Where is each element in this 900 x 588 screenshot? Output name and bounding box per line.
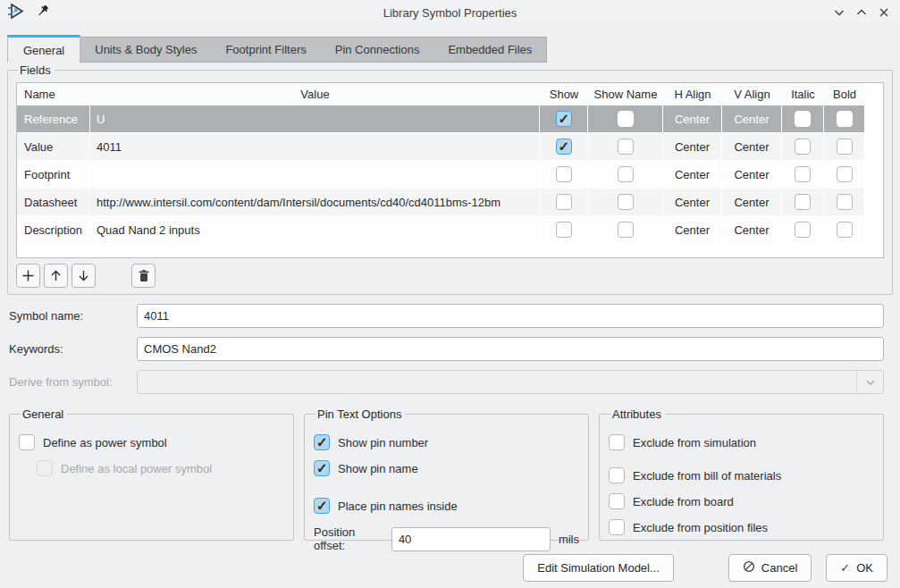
tab-pin-connections[interactable]: Pin Connections — [321, 38, 434, 62]
pin-icon[interactable] — [37, 4, 50, 21]
bold-checkbox[interactable] — [837, 222, 853, 238]
italic-checkbox[interactable] — [795, 222, 811, 238]
h-align-cell[interactable]: Center — [663, 216, 722, 244]
h-align-cell[interactable]: Center — [663, 105, 722, 133]
exclude-from-simulation-checkbox[interactable] — [609, 434, 625, 450]
checkbox-label[interactable]: Exclude from bill of materials — [633, 469, 781, 483]
dialog-footer: Edit Simulation Model... Cancel ✓ OK — [0, 554, 887, 582]
checkbox-label[interactable]: Show pin name — [338, 462, 418, 475]
italic-checkbox[interactable] — [795, 194, 811, 210]
field-value-cell[interactable] — [90, 161, 540, 189]
show-name-checkbox[interactable] — [618, 139, 634, 155]
checkbox-label: Define as local power symbol — [61, 462, 212, 475]
h-align-cell[interactable]: Center — [663, 133, 722, 161]
field-name-cell[interactable]: Footprint — [17, 161, 90, 189]
checkbox-label[interactable]: Exclude from board — [633, 495, 734, 508]
window-title: Library Symbol Properties — [0, 6, 900, 20]
show-checkbox[interactable] — [556, 139, 572, 155]
cancel-button[interactable]: Cancel — [728, 554, 812, 582]
show-pin-name-checkbox[interactable] — [314, 460, 330, 476]
bold-checkbox[interactable] — [837, 194, 853, 210]
show-pin-number-option: Show pin number — [314, 434, 579, 450]
show-checkbox[interactable] — [556, 222, 572, 238]
tab-footprint-filters[interactable]: Footprint Filters — [211, 38, 320, 62]
button-label: Cancel — [761, 561, 797, 575]
exclude-from-bom-checkbox[interactable] — [609, 467, 625, 483]
edit-simulation-model-button[interactable]: Edit Simulation Model... — [523, 554, 674, 582]
exclude-from-position-files-checkbox[interactable] — [609, 519, 625, 535]
v-align-cell[interactable]: Center — [722, 105, 782, 133]
field-name-cell[interactable]: Description — [17, 216, 90, 244]
add-field-button[interactable] — [16, 264, 40, 288]
bold-checkbox[interactable] — [837, 166, 853, 182]
checkbox-label[interactable]: Define as power symbol — [43, 436, 167, 449]
place-pin-names-inside-checkbox[interactable] — [314, 498, 330, 514]
close-icon[interactable] — [879, 7, 889, 18]
tab-general[interactable]: General — [7, 35, 80, 63]
show-name-checkbox[interactable] — [618, 111, 634, 127]
italic-checkbox[interactable] — [795, 166, 811, 182]
tab-label: Embedded Files — [448, 43, 532, 56]
show-checkbox[interactable] — [556, 194, 572, 210]
col-header-italic: Italic — [782, 83, 824, 105]
checkbox-label[interactable]: Show pin number — [338, 436, 428, 449]
h-align-cell[interactable]: Center — [663, 189, 722, 216]
move-up-button[interactable] — [44, 264, 68, 288]
v-align-cell[interactable]: Center — [722, 133, 782, 161]
ok-button[interactable]: ✓ OK — [826, 554, 887, 582]
v-align-cell[interactable]: Center — [722, 216, 782, 244]
titlebar: Library Symbol Properties — [0, 0, 900, 25]
checkbox-label[interactable]: Exclude from position files — [633, 521, 768, 534]
checkbox-label[interactable]: Place pin names inside — [338, 500, 458, 513]
v-align-cell[interactable]: Center — [722, 189, 782, 216]
shade-chevron-down-icon[interactable] — [834, 7, 845, 18]
col-header-v-align: V Align — [722, 83, 782, 105]
checkbox-label[interactable]: Exclude from simulation — [633, 436, 756, 449]
shade-chevron-up-icon[interactable] — [856, 7, 867, 18]
show-checkbox[interactable] — [556, 111, 572, 127]
show-checkbox[interactable] — [556, 166, 572, 182]
table-row-value[interactable]: Value 4011 Center Center — [17, 133, 883, 161]
show-name-checkbox[interactable] — [618, 194, 634, 210]
position-offset-input[interactable] — [391, 527, 551, 551]
position-offset-row: Position offset: mils — [314, 525, 579, 552]
field-name-cell[interactable]: Value — [17, 133, 90, 161]
bold-checkbox[interactable] — [837, 139, 853, 155]
table-row-description[interactable]: Description Quad Nand 2 inputs Center Ce… — [17, 216, 883, 244]
table-row-datasheet[interactable]: Datasheet http://www.intersil.com/conten… — [17, 189, 883, 216]
show-name-checkbox[interactable] — [618, 222, 634, 238]
define-power-symbol-option: Define as power symbol — [19, 434, 284, 450]
cancel-icon — [743, 560, 755, 575]
symbol-name-input[interactable] — [137, 304, 884, 328]
tab-embedded-files[interactable]: Embedded Files — [433, 38, 546, 62]
define-power-symbol-checkbox[interactable] — [19, 434, 35, 450]
keywords-input[interactable] — [137, 337, 884, 361]
bold-checkbox[interactable] — [837, 111, 853, 127]
tab-units-body-styles[interactable]: Units & Body Styles — [80, 38, 211, 62]
exclude-from-board-checkbox[interactable] — [609, 493, 625, 509]
v-align-cell[interactable]: Center — [722, 161, 782, 189]
italic-checkbox[interactable] — [795, 111, 811, 127]
field-value-cell[interactable]: http://www.intersil.com/content/dam/Inte… — [90, 189, 540, 216]
derive-from-symbol-row: Derive from symbol: — [9, 370, 884, 394]
delete-field-button[interactable] — [131, 264, 156, 288]
field-name-cell[interactable]: Datasheet — [17, 189, 90, 216]
field-name-cell[interactable]: Reference — [17, 105, 90, 133]
h-align-cell[interactable]: Center — [663, 161, 722, 189]
show-name-checkbox[interactable] — [618, 166, 634, 182]
exclude-from-simulation-option: Exclude from simulation — [609, 434, 874, 450]
field-value-cell[interactable]: Quad Nand 2 inputs — [90, 216, 540, 244]
pin-text-options-group-label: Pin Text Options — [315, 407, 405, 421]
table-row-footprint[interactable]: Footprint Center Center — [17, 161, 883, 189]
show-pin-number-checkbox[interactable] — [314, 434, 330, 450]
field-value-cell[interactable]: 4011 — [90, 133, 540, 161]
col-header-show: Show — [540, 83, 588, 105]
table-row-reference[interactable]: Reference U Center Center — [17, 105, 883, 133]
move-down-button[interactable] — [71, 264, 96, 288]
ok-check-icon: ✓ — [840, 561, 850, 575]
field-value-cell[interactable]: U — [90, 105, 540, 133]
inactive-tab-strip: Units & Body Styles Footprint Filters Pi… — [80, 37, 547, 63]
define-local-power-symbol-option: Define as local power symbol — [37, 460, 284, 476]
italic-checkbox[interactable] — [795, 139, 811, 155]
option-groups: General Define as power symbol Define as… — [9, 407, 884, 541]
